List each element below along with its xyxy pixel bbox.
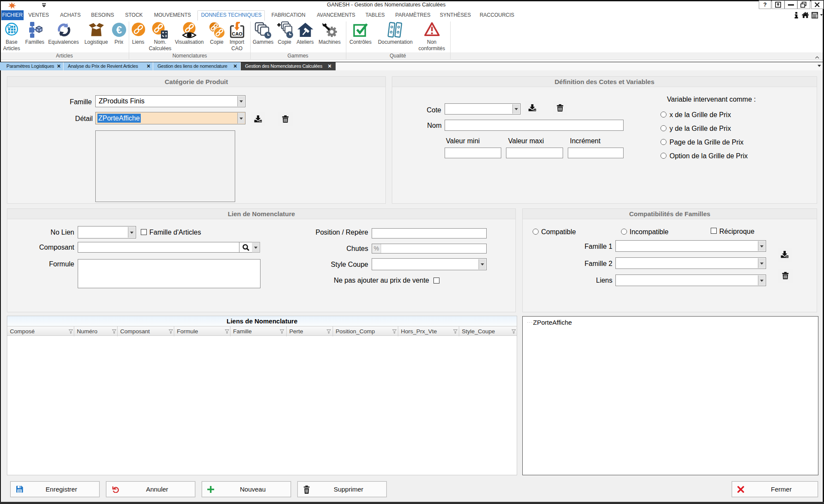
svg-text:€: €	[116, 24, 122, 36]
svg-text:CAO: CAO	[232, 31, 242, 36]
